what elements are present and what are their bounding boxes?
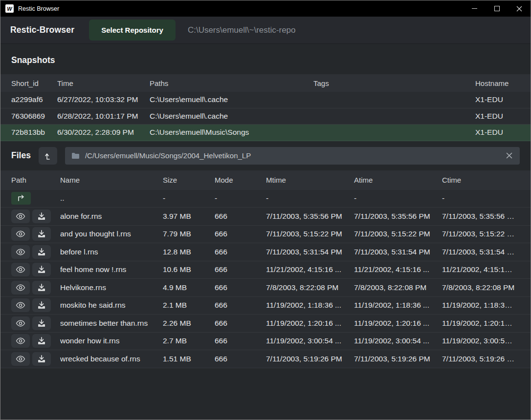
snapshot-row[interactable]: 76306869 6/28/2022, 10:01:17 PM C:\Users… — [0, 108, 531, 125]
download-icon — [37, 230, 46, 238]
snapshot-short-id: 72b813bb — [11, 128, 57, 137]
file-row: moskito he said.rns 2.1 MB 666 11/19/200… — [0, 297, 531, 315]
preview-file-button[interactable] — [11, 316, 30, 330]
file-mtime: 11/19/2002, 1:18:36 ... — [266, 301, 354, 310]
files-table-body: .. - - - - - alone for.rns 3.97 MB 666 7… — [0, 190, 531, 368]
column-mtime: Mtime — [266, 176, 354, 184]
file-ctime: 11/21/2002, 4:15:16 ... — [442, 265, 520, 274]
snapshots-table-body: a2299af6 6/27/2022, 10:03:32 PM C:\Users… — [0, 92, 531, 141]
eye-icon — [16, 356, 25, 362]
download-file-button[interactable] — [32, 316, 51, 330]
file-size: 2.26 MB — [163, 319, 215, 328]
download-file-button[interactable] — [32, 298, 51, 312]
download-icon — [37, 248, 46, 256]
download-file-button[interactable] — [32, 210, 51, 223]
preview-file-button[interactable] — [11, 298, 30, 312]
select-repository-button[interactable]: Select Repository — [89, 20, 176, 41]
close-button[interactable] — [508, 0, 531, 17]
file-atime: 7/11/2003, 5:19:26 PM — [354, 355, 442, 363]
download-icon — [37, 301, 46, 309]
clear-icon — [506, 152, 512, 159]
up-level-button[interactable] — [39, 147, 57, 165]
snapshots-heading: Snapshots — [11, 55, 520, 65]
snapshot-time: 6/27/2022, 10:03:32 PM — [57, 95, 150, 104]
eye-icon — [16, 231, 25, 237]
download-icon — [37, 319, 46, 327]
clear-path-button[interactable] — [505, 151, 513, 160]
up-right-arrow-icon — [16, 194, 26, 202]
file-mode: 666 — [215, 265, 266, 274]
file-ctime: 11/19/2002, 3:00:54 ... — [442, 336, 520, 345]
preview-file-button[interactable] — [11, 227, 30, 241]
file-ctime: - — [442, 194, 520, 203]
file-atime: 7/11/2003, 5:15:22 PM — [354, 230, 442, 238]
snapshot-row[interactable]: a2299af6 6/27/2022, 10:03:32 PM C:\Users… — [0, 92, 531, 108]
minimize-button[interactable] — [463, 0, 486, 17]
file-ctime: 11/19/2002, 1:18:36 ... — [442, 301, 520, 310]
column-short-id: Short_id — [11, 79, 57, 87]
file-name: wrecked because of.rns — [60, 355, 163, 363]
column-path: Path — [11, 176, 60, 184]
file-row: before l.rns 12.8 MB 666 7/11/2003, 5:31… — [0, 243, 531, 261]
snapshot-row[interactable]: 72b813bb 6/30/2022, 2:28:09 PM C:\Users\… — [0, 125, 531, 141]
file-mode: - — [215, 194, 266, 203]
file-name: Helvikone.rns — [60, 283, 163, 292]
snapshot-hostname: X1-EDU — [475, 95, 520, 104]
file-ctime: 7/11/2003, 5:35:56 PM — [442, 212, 520, 221]
file-mode: 666 — [215, 283, 266, 292]
file-mtime: 7/11/2003, 5:19:26 PM — [266, 355, 354, 363]
file-size: 7.79 MB — [163, 230, 215, 238]
up-level-icon — [43, 151, 53, 161]
file-size: 12.8 MB — [163, 248, 215, 256]
download-file-button[interactable] — [32, 227, 51, 241]
preview-file-button[interactable] — [11, 245, 30, 259]
file-name: sometimes better than.rns — [60, 319, 163, 328]
preview-file-button[interactable] — [11, 352, 30, 366]
download-icon — [37, 284, 46, 292]
preview-file-button[interactable] — [11, 263, 30, 276]
file-ctime: 11/19/2002, 1:20:16 ... — [442, 319, 520, 328]
app-window: W Restic Browser Restic-Browser Select R… — [0, 0, 531, 420]
current-path-input[interactable]: /C/Users/emuell/Music/Songs/2004_Helveti… — [65, 147, 520, 165]
download-file-button[interactable] — [32, 352, 51, 366]
file-atime: 7/8/2003, 8:22:08 PM — [354, 283, 442, 292]
maximize-button[interactable] — [486, 0, 508, 17]
file-size: - — [163, 194, 215, 203]
file-mode: 666 — [215, 336, 266, 345]
file-mode: 666 — [215, 212, 266, 221]
file-size: 2.1 MB — [163, 301, 215, 310]
preview-file-button[interactable] — [11, 334, 30, 348]
column-paths: Paths — [150, 79, 313, 87]
download-icon — [37, 212, 46, 220]
file-mtime: 11/21/2002, 4:15:16 ... — [266, 265, 354, 274]
download-file-button[interactable] — [32, 245, 51, 259]
file-name: before l.rns — [60, 248, 163, 256]
file-mode: 666 — [215, 319, 266, 328]
minimize-icon — [472, 8, 477, 9]
file-mtime: 7/11/2003, 5:15:22 PM — [266, 230, 354, 238]
go-parent-directory-button[interactable] — [11, 192, 31, 205]
file-ctime: 7/11/2003, 5:19:26 PM — [442, 355, 520, 363]
download-file-button[interactable] — [32, 263, 51, 276]
snapshot-hostname: X1-EDU — [475, 112, 520, 121]
file-atime: 11/19/2002, 1:18:36 ... — [354, 301, 442, 310]
folder-icon — [71, 152, 80, 159]
file-size: 4.9 MB — [163, 283, 215, 292]
file-size: 10.6 MB — [163, 265, 215, 274]
eye-icon — [16, 249, 25, 255]
file-name: alone for.rns — [60, 212, 163, 221]
maximize-icon — [494, 6, 500, 11]
snapshot-short-id: a2299af6 — [11, 95, 57, 104]
current-path-value: /C/Users/emuell/Music/Songs/2004_Helveti… — [85, 151, 500, 160]
empty-area — [0, 368, 531, 420]
titlebar: W Restic Browser — [0, 0, 531, 17]
eye-icon — [16, 284, 25, 291]
download-file-button[interactable] — [32, 281, 51, 294]
snapshot-paths: C:\Users\emuell\.cache — [150, 112, 313, 121]
download-file-button[interactable] — [32, 334, 51, 348]
preview-file-button[interactable] — [11, 281, 30, 294]
preview-file-button[interactable] — [11, 210, 30, 223]
file-mtime: 7/8/2003, 8:22:08 PM — [266, 283, 354, 292]
column-size: Size — [163, 176, 215, 184]
file-ctime: 7/8/2003, 8:22:08 PM — [442, 283, 520, 292]
